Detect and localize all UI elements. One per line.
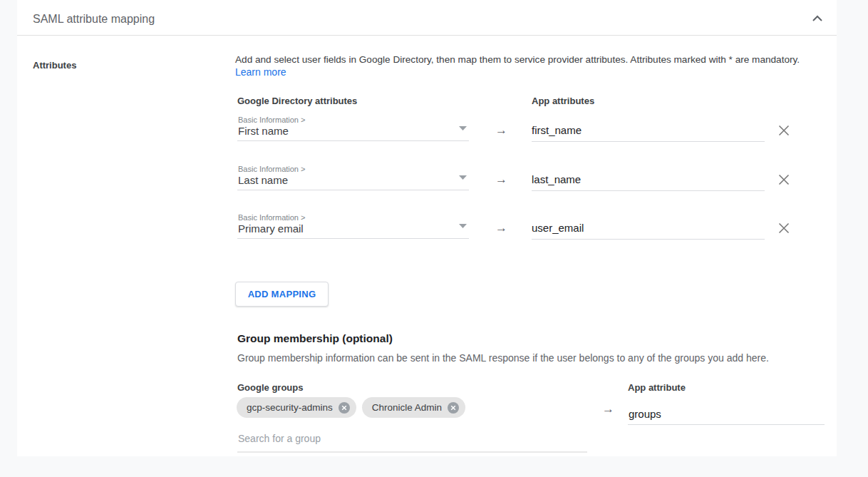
mapping-row: Basic Information > Last name →	[17, 163, 837, 198]
app-attributes-column-header: App attributes	[532, 96, 594, 106]
x-in-circle-icon	[339, 405, 350, 416]
x-in-circle-icon	[448, 405, 459, 416]
app-attribute-input[interactable]	[532, 170, 765, 191]
attributes-description: Add and select user fields in Google Dir…	[235, 54, 800, 65]
remove-mapping-button[interactable]	[775, 220, 792, 237]
chip-remove-button[interactable]	[448, 402, 459, 414]
mapping-row: Basic Information > Primary email →	[17, 212, 837, 246]
group-app-attribute-input[interactable]	[628, 406, 825, 425]
select-category-label: Basic Information >	[238, 116, 305, 124]
page-title: SAML attribute mapping	[33, 13, 155, 26]
group-chips-container: gcp-security-admins Chronicle Admin	[237, 397, 465, 418]
add-mapping-button[interactable]: ADD MAPPING	[235, 282, 329, 307]
app-attribute-input[interactable]	[532, 121, 765, 142]
google-groups-label: Google groups	[237, 382, 303, 393]
section-header: SAML attribute mapping	[17, 0, 837, 36]
saml-attribute-mapping-page: SAML attribute mapping Attributes Add an…	[0, 0, 868, 477]
chevron-up-icon	[812, 14, 823, 25]
select-category-label: Basic Information >	[238, 213, 305, 222]
group-chip[interactable]: gcp-security-admins	[237, 397, 356, 418]
learn-more-link[interactable]: Learn more	[235, 66, 286, 78]
remove-mapping-button[interactable]	[775, 123, 792, 140]
close-icon	[778, 125, 790, 138]
mapping-row: Basic Information > First name →	[17, 114, 837, 148]
close-icon	[778, 174, 790, 188]
dropdown-arrow-icon	[459, 224, 467, 228]
maps-to-arrow-icon: →	[495, 123, 507, 138]
maps-to-arrow-icon: →	[495, 221, 507, 235]
group-membership-heading: Group membership (optional)	[237, 332, 393, 345]
google-directory-attribute-select[interactable]: Basic Information > Last name	[237, 163, 469, 190]
attributes-row-label: Attributes	[33, 60, 76, 71]
google-directory-attribute-select[interactable]: Basic Information > First name	[237, 114, 469, 141]
group-chip[interactable]: Chronicle Admin	[362, 397, 465, 418]
select-value: Primary email	[238, 222, 304, 235]
select-value: First name	[238, 125, 289, 137]
maps-to-arrow-icon: →	[495, 173, 507, 187]
select-category-label: Basic Information >	[238, 165, 305, 173]
group-chip-label: Chronicle Admin	[372, 402, 442, 413]
remove-mapping-button[interactable]	[775, 172, 792, 189]
dropdown-arrow-icon	[459, 126, 467, 130]
chip-remove-button[interactable]	[339, 402, 350, 414]
saml-attribute-mapping-card: SAML attribute mapping Attributes Add an…	[17, 0, 837, 456]
google-directory-column-header: Google Directory attributes	[237, 96, 357, 106]
group-chip-label: gcp-security-admins	[247, 402, 333, 413]
app-attribute-input[interactable]	[532, 219, 765, 240]
dropdown-arrow-icon	[459, 175, 467, 180]
maps-to-arrow-icon: →	[602, 402, 614, 416]
google-directory-attribute-select[interactable]: Basic Information > Primary email	[237, 212, 469, 239]
close-icon	[778, 222, 790, 236]
app-attribute-label: App attribute	[628, 382, 686, 393]
collapse-section-button[interactable]	[808, 11, 827, 28]
group-membership-description: Group membership information can be sent…	[237, 352, 769, 364]
select-value: Last name	[238, 174, 288, 186]
group-search-input[interactable]	[237, 429, 587, 453]
